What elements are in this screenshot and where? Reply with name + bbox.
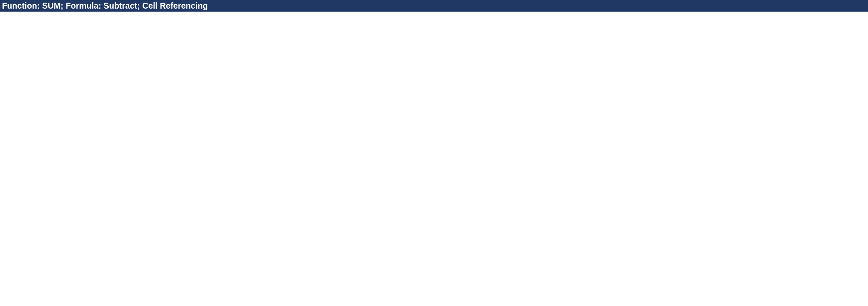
title-bar: Function: SUM; Formula: Subtract; Cell R…	[0, 0, 868, 12]
